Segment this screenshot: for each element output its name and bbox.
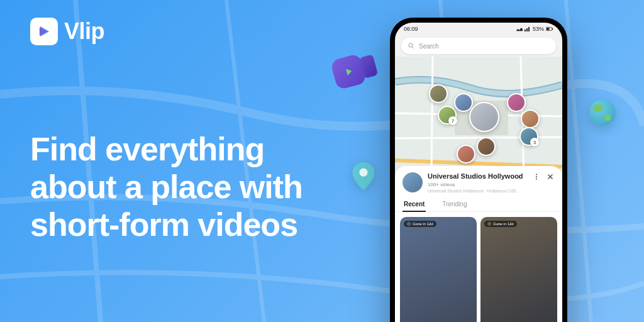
- video-cards: Gone in 12d #UniversalStudiosHollywood #…: [395, 212, 562, 322]
- map-pin[interactable]: [477, 137, 496, 156]
- svg-rect-3: [552, 28, 553, 30]
- map-pin[interactable]: [454, 93, 473, 112]
- location-pin-icon: [352, 162, 375, 190]
- map-pin[interactable]: 7: [438, 106, 457, 125]
- brand-name: Vlip: [64, 18, 104, 45]
- map-pin-main[interactable]: [469, 102, 499, 132]
- place-avatar: [402, 172, 423, 192]
- expiry-badge: Gone in 12d: [484, 221, 517, 227]
- svg-point-8: [536, 174, 537, 175]
- svg-point-10: [536, 179, 537, 180]
- place-subtitle: 100+ videos: [428, 182, 527, 187]
- status-time: 06:09: [404, 26, 418, 32]
- close-icon[interactable]: [546, 172, 555, 181]
- sheet-tabs: Recent Trending: [395, 197, 562, 212]
- play-icon: [30, 18, 58, 45]
- expiry-badge: Gone in 12d: [404, 221, 436, 227]
- map-pin[interactable]: [507, 93, 526, 112]
- bottom-sheet: Universal Studios Hollywood 100+ videos …: [395, 166, 562, 322]
- video-card[interactable]: Gone in 12d #UniversalStudiosHollywood #…: [400, 217, 477, 322]
- status-bar: 06:09 53%: [395, 23, 562, 35]
- map-pin[interactable]: [521, 109, 540, 128]
- svg-point-0: [359, 169, 367, 177]
- map-pin[interactable]: 3: [519, 127, 538, 146]
- search-input[interactable]: Search: [401, 38, 556, 54]
- map-pin[interactable]: [457, 145, 475, 164]
- status-icons: 53%: [516, 26, 553, 32]
- svg-rect-2: [547, 28, 550, 30]
- map-pin[interactable]: [429, 84, 448, 103]
- brand-logo: Vlip: [30, 18, 104, 45]
- svg-point-4: [409, 43, 413, 47]
- search-icon: [408, 42, 415, 50]
- clock-icon: [487, 222, 491, 226]
- phone-mockup: 06:09 53% Search: [390, 18, 567, 322]
- pin-badge: 3: [530, 138, 539, 147]
- more-icon[interactable]: [532, 172, 541, 181]
- headline: Find everything about a place with short…: [30, 131, 357, 243]
- pin-badge: 7: [448, 116, 457, 125]
- search-placeholder: Search: [419, 43, 439, 50]
- map-view[interactable]: 7 3: [395, 57, 562, 175]
- svg-line-5: [413, 47, 414, 49]
- place-title: Universal Studios Hollywood: [428, 172, 527, 180]
- tab-recent[interactable]: Recent: [402, 197, 426, 211]
- globe-icon: [589, 99, 616, 126]
- status-battery: 53%: [533, 26, 544, 32]
- place-meta: Universal Studios Hollywood · Hollywood …: [428, 189, 527, 193]
- sheet-header: Universal Studios Hollywood 100+ videos …: [395, 166, 562, 197]
- tab-trending[interactable]: Trending: [441, 197, 468, 211]
- phone-screen: 06:09 53% Search: [395, 23, 562, 322]
- svg-point-9: [536, 176, 537, 177]
- video-card[interactable]: Gone in 12d #StudioTour #WizardingWorld …: [480, 217, 557, 322]
- clock-icon: [407, 222, 411, 226]
